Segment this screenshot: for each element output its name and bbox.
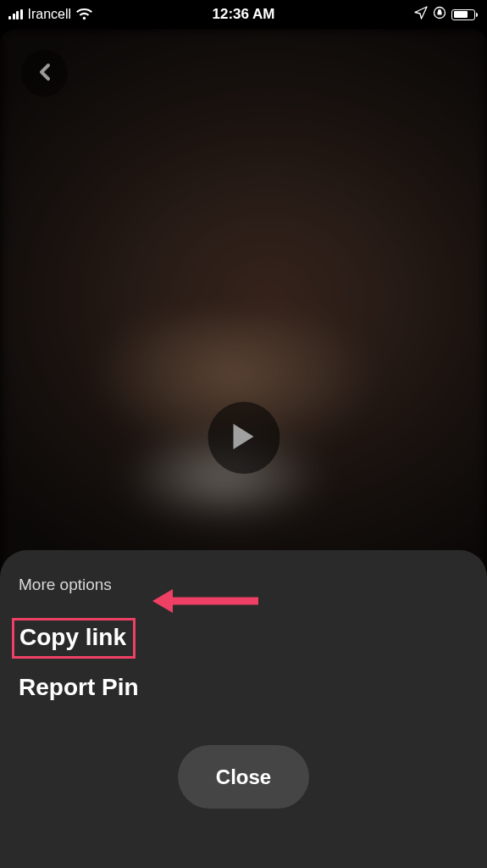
annotation-arrow-icon [152, 584, 263, 621]
location-icon [414, 6, 428, 23]
carrier-label: Irancell [28, 7, 72, 22]
annotation-highlight: Copy link [12, 618, 136, 659]
orientation-lock-icon [433, 6, 446, 23]
wifi-icon [76, 8, 92, 20]
play-icon [231, 422, 257, 454]
menu-item-copy-link[interactable]: Copy link [19, 624, 126, 651]
cellular-signal-icon [8, 9, 23, 19]
status-bar: Irancell 12:36 AM [0, 0, 487, 29]
clock: 12:36 AM [212, 6, 274, 23]
chevron-left-icon [37, 63, 53, 85]
content-area: More options Copy link Report Pin Close [0, 29, 487, 868]
menu-item-report-pin[interactable]: Report Pin [19, 674, 139, 701]
status-right [414, 6, 475, 23]
close-button[interactable]: Close [178, 745, 309, 809]
play-button[interactable] [208, 402, 279, 474]
more-options-sheet: More options Copy link Report Pin Close [0, 550, 487, 868]
status-left: Irancell [8, 7, 92, 22]
back-button[interactable] [21, 50, 68, 97]
battery-icon [451, 9, 475, 20]
